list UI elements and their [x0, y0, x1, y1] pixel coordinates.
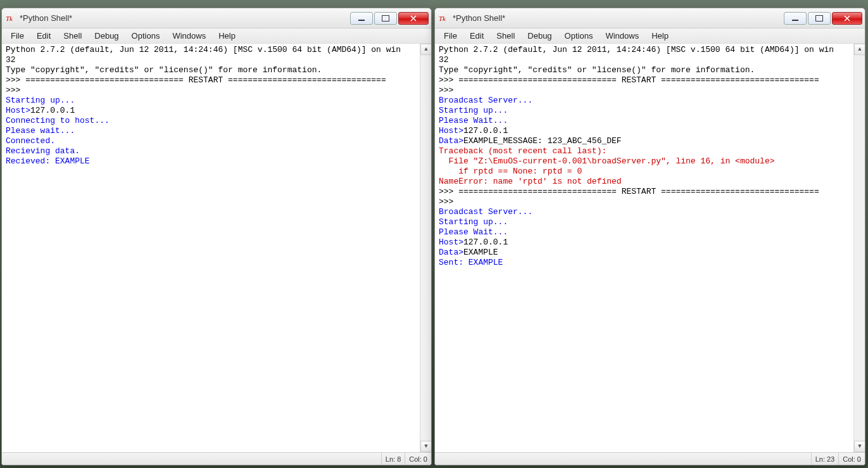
- menu-shell[interactable]: Shell: [490, 30, 521, 42]
- output-line: Recieved: EXAMPLE: [6, 156, 429, 167]
- output-line: Recieving data.: [6, 146, 429, 156]
- output-line: Data>EXAMPLE: [439, 248, 862, 258]
- output-line: Traceback (most recent call last):: [439, 146, 862, 156]
- output-line: >>> ================================ RES…: [439, 187, 862, 197]
- status-col: Col: 0: [838, 453, 865, 465]
- menubar: File Edit Shell Debug Options Windows He…: [2, 28, 431, 44]
- output-line: >>>: [6, 85, 429, 96]
- statusbar: Ln: 8 Col: 0: [2, 452, 431, 465]
- scrollbar[interactable]: ▲ ▼: [420, 44, 431, 452]
- menu-shell[interactable]: Shell: [57, 30, 88, 42]
- menu-windows[interactable]: Windows: [166, 30, 212, 42]
- tk-icon: Tk: [6, 13, 16, 23]
- window-title: *Python Shell*: [20, 13, 349, 23]
- close-button[interactable]: [398, 12, 429, 25]
- output-line: Broadcast Server...: [439, 96, 862, 106]
- python-shell-window-left[interactable]: Tk *Python Shell* File Edit Shell Debug …: [1, 8, 432, 465]
- menu-options[interactable]: Options: [125, 30, 167, 42]
- window-controls: [349, 12, 429, 25]
- output-line: >>>: [439, 197, 862, 207]
- scroll-down-button[interactable]: ▼: [854, 441, 865, 452]
- status-line: Ln: 8: [381, 453, 405, 465]
- shell-output[interactable]: Python 2.7.2 (default, Jun 12 2011, 14:2…: [2, 44, 431, 452]
- output-line: Host>127.0.0.1: [439, 237, 862, 248]
- output-line: >>> ================================ RES…: [6, 75, 429, 85]
- titlebar[interactable]: Tk *Python Shell*: [435, 8, 865, 28]
- menu-edit[interactable]: Edit: [463, 30, 490, 42]
- output-line: File "Z:\EmuOS-current-0.001\broadServer…: [439, 156, 862, 167]
- output-line: Python 2.7.2 (default, Jun 12 2011, 14:2…: [439, 45, 862, 55]
- maximize-button[interactable]: [808, 12, 831, 25]
- menu-file[interactable]: File: [4, 30, 30, 42]
- status-col: Col: 0: [405, 453, 431, 465]
- maximize-button[interactable]: [374, 12, 397, 25]
- menu-edit[interactable]: Edit: [30, 30, 57, 42]
- scrollbar[interactable]: ▲ ▼: [853, 44, 865, 452]
- statusbar: Ln: 23 Col: 0: [435, 452, 865, 465]
- close-button[interactable]: [832, 12, 862, 25]
- menu-debug[interactable]: Debug: [88, 30, 125, 42]
- output-line: Starting up...: [439, 106, 862, 116]
- output-line: Sent: EXAMPLE: [439, 258, 862, 268]
- svg-text:Tk: Tk: [439, 15, 446, 22]
- output-line: Please Wait...: [439, 116, 862, 126]
- output-line: Python 2.7.2 (default, Jun 12 2011, 14:2…: [6, 45, 429, 55]
- output-line: Type "copyright", "credits" or "license(…: [439, 65, 862, 75]
- python-shell-window-right[interactable]: Tk *Python Shell* File Edit Shell Debug …: [434, 8, 865, 465]
- scroll-up-button[interactable]: ▲: [854, 44, 865, 55]
- status-line: Ln: 23: [811, 453, 839, 465]
- menu-options[interactable]: Options: [558, 30, 600, 42]
- desktop: 🟧 … 🌐 … 📄 … ⛏️ … Tk *Python Shell* File …: [0, 0, 868, 468]
- output-line: Connected.: [6, 136, 429, 146]
- output-line: >>>: [439, 85, 862, 96]
- scroll-up-button[interactable]: ▲: [420, 44, 431, 55]
- minimize-button[interactable]: [350, 12, 373, 25]
- output-line: 32: [6, 55, 429, 65]
- menu-windows[interactable]: Windows: [599, 30, 645, 42]
- output-line: Type "copyright", "credits" or "license(…: [6, 65, 429, 75]
- output-line: Starting up...: [6, 96, 429, 106]
- output-line: Broadcast Server...: [439, 207, 862, 217]
- tk-icon: Tk: [439, 13, 449, 23]
- output-line: >>> ================================ RES…: [439, 75, 862, 85]
- output-line: Host>127.0.0.1: [6, 106, 429, 116]
- output-line: Please Wait...: [439, 227, 862, 237]
- output-line: Connecting to host...: [6, 116, 429, 126]
- minimize-button[interactable]: [784, 12, 807, 25]
- output-line: Host>127.0.0.1: [439, 126, 862, 136]
- output-line: Please wait...: [6, 126, 429, 136]
- menu-file[interactable]: File: [437, 30, 463, 42]
- shell-output[interactable]: Python 2.7.2 (default, Jun 12 2011, 14:2…: [435, 44, 865, 452]
- titlebar[interactable]: Tk *Python Shell*: [2, 8, 431, 28]
- scroll-down-button[interactable]: ▼: [420, 441, 431, 452]
- svg-text:Tk: Tk: [6, 15, 13, 22]
- menu-help[interactable]: Help: [212, 30, 242, 42]
- output-line: Starting up...: [439, 217, 862, 227]
- output-line: 32: [439, 55, 862, 65]
- menubar: File Edit Shell Debug Options Windows He…: [435, 28, 865, 44]
- menu-help[interactable]: Help: [645, 30, 675, 42]
- output-line: if rptd == None: rptd = 0: [439, 167, 862, 177]
- output-line: Data>EXAMPLE_MESSAGE: 123_ABC_456_DEF: [439, 136, 862, 146]
- output-line: NameError: name 'rptd' is not defined: [439, 177, 862, 187]
- window-title: *Python Shell*: [453, 13, 783, 23]
- window-controls: [783, 12, 862, 25]
- menu-debug[interactable]: Debug: [521, 30, 558, 42]
